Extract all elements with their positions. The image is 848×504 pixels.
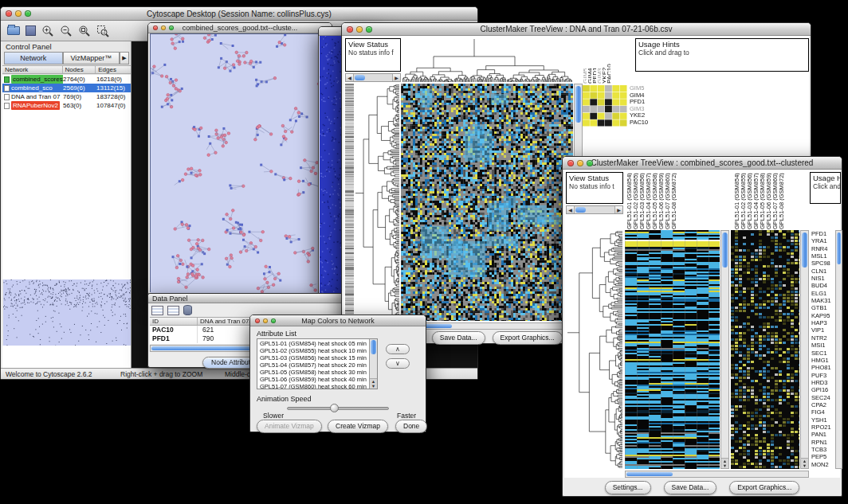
scroll-down-icon[interactable]: ▼	[803, 463, 807, 468]
mini-hscrollbar[interactable]: ◀ ▶	[566, 205, 623, 214]
move-down-button[interactable]: ∨	[386, 358, 410, 369]
close-button[interactable]	[347, 26, 353, 33]
save-session-icon[interactable]	[26, 25, 36, 36]
attribute-item[interactable]: GPL51-07 (GSM860) heat shock 60 min	[258, 383, 368, 389]
gene-label[interactable]: PUF3	[811, 372, 834, 379]
gene-label[interactable]: HAP3	[811, 319, 834, 326]
minimize-button[interactable]	[15, 10, 22, 17]
mini-hscrollbar[interactable]: ◀ ▶	[345, 73, 401, 82]
header-edges[interactable]: Edges	[96, 66, 131, 73]
open-session-icon[interactable]	[7, 26, 20, 35]
gene-label[interactable]: HMG1	[811, 357, 834, 364]
gene-label[interactable]: RNR4	[811, 245, 834, 252]
heatmap-hscrollbar[interactable]	[625, 471, 809, 478]
gene-label[interactable]: PHO81	[811, 364, 834, 371]
close-button[interactable]	[255, 318, 260, 323]
zoom-window-button[interactable]	[271, 318, 276, 323]
create-vizmap-button[interactable]: Create Vizmap	[328, 420, 388, 433]
scroll-thumb[interactable]	[802, 232, 807, 268]
scroll-down-icon[interactable]: ▼	[723, 463, 727, 468]
save-data-button[interactable]: Save Data...	[664, 481, 717, 494]
scroll-track[interactable]	[575, 206, 614, 213]
select-attributes-icon[interactable]	[167, 306, 179, 315]
row-dendrogram-canvas[interactable]	[355, 84, 400, 321]
scroll-thumb[interactable]	[575, 86, 581, 123]
header-id[interactable]: ID	[150, 318, 198, 325]
dialog-titlebar[interactable]: Map Colors to Network	[250, 315, 426, 326]
gene-label[interactable]: MAK31	[811, 297, 834, 304]
scroll-thumb[interactable]	[371, 340, 376, 354]
minimize-button[interactable]	[577, 160, 583, 166]
gene-label[interactable]: MON2	[811, 461, 834, 468]
close-button[interactable]	[567, 160, 574, 166]
global-heatmap-canvas[interactable]	[731, 230, 799, 469]
network-row-selected[interactable]: combined_sco 2569(6) 13112(15)	[2, 84, 131, 92]
network-row[interactable]: combined_scores 2764(0) 16218(0)	[2, 75, 131, 84]
gene-label[interactable]: MSI1	[811, 342, 834, 349]
gene-label[interactable]: MSL1	[811, 252, 834, 260]
network-overview-thumbnail[interactable]	[3, 279, 131, 346]
gene-label[interactable]: GPI16	[811, 386, 834, 393]
gene-label[interactable]: RPN1	[811, 439, 834, 446]
scroll-thumb[interactable]	[151, 346, 257, 350]
scroll-thumb[interactable]	[575, 207, 586, 213]
gene-label[interactable]: NIS1	[811, 275, 834, 282]
save-data-button[interactable]: Save Data...	[432, 331, 485, 345]
close-button[interactable]	[153, 25, 158, 30]
treeview-dna-titlebar[interactable]: ClusterMaker TreeView : DNA and Tran 07-…	[342, 23, 811, 36]
tab-network[interactable]: Network	[4, 52, 63, 64]
zoom-window-button[interactable]	[587, 160, 593, 166]
gene-label[interactable]: ELG1	[811, 290, 834, 297]
scroll-left-icon[interactable]: ◀	[567, 206, 575, 213]
scroll-arrows[interactable]: ▲▼	[721, 458, 728, 468]
gene-label[interactable]: PFD1	[811, 230, 834, 237]
speed-slider-thumb[interactable]	[330, 404, 339, 412]
gene-label[interactable]: YSH1	[811, 416, 834, 424]
gene-label[interactable]: PEP5	[811, 453, 834, 460]
attribute-listbox[interactable]: GPL51-01 (GSM854) heat shock 05 minGPL51…	[257, 338, 378, 389]
network-graph-canvas[interactable]	[151, 34, 331, 293]
export-graphics-button[interactable]: Export Graphics...	[493, 331, 563, 345]
gene-label[interactable]: PAN1	[811, 431, 834, 438]
treeview-combined-titlebar[interactable]: ClusterMaker TreeView : combined_scores_…	[563, 157, 842, 170]
minimize-button[interactable]	[356, 26, 363, 33]
gene-label[interactable]: SEC1	[811, 350, 834, 357]
gene-label[interactable]: FIG4	[811, 408, 834, 416]
heatmap-vscrollbar[interactable]: ▲▼	[720, 230, 729, 469]
attribute-item[interactable]: GPL51-02 (GSM855) heat shock 10 min	[258, 347, 368, 354]
tab-overflow-arrow-icon[interactable]: ▶	[120, 52, 129, 64]
scroll-thumb[interactable]	[837, 232, 841, 264]
header-network[interactable]: Network	[2, 66, 63, 73]
gene-label[interactable]: VIP1	[811, 326, 834, 334]
done-button[interactable]: Done	[395, 420, 427, 433]
gene-label[interactable]: CPA2	[811, 401, 834, 408]
attribute-item[interactable]: GPL51-05 (GSM858) heat shock 30 min	[258, 369, 368, 376]
attribute-table-icon[interactable]	[151, 306, 163, 315]
zoom-fit-icon[interactable]	[78, 25, 91, 37]
minimize-button[interactable]	[263, 318, 268, 323]
tab-vizmapper[interactable]: VizMapper™	[63, 52, 120, 64]
scroll-arrows[interactable]: ▲▼	[801, 458, 808, 468]
gene-label[interactable]: PAC10	[630, 119, 648, 127]
gene-label[interactable]: SEC24	[811, 394, 834, 401]
scroll-thumb[interactable]	[722, 232, 728, 268]
correlation-thumbnail-canvas[interactable]	[583, 85, 627, 127]
export-graphics-button[interactable]: Export Graphics...	[729, 481, 799, 494]
row-dendrogram-canvas[interactable]	[567, 230, 623, 469]
gene-label[interactable]: HRD3	[811, 379, 834, 386]
heatmap-canvas[interactable]	[625, 230, 720, 469]
scroll-arrows[interactable]: ▲▼	[370, 378, 377, 389]
zoom-out-icon[interactable]	[60, 25, 73, 37]
zoom-selected-icon[interactable]	[96, 25, 109, 37]
header-nodes[interactable]: Nodes	[63, 66, 96, 73]
scroll-right-icon[interactable]: ▶	[392, 74, 400, 81]
scroll-thumb[interactable]	[355, 75, 365, 80]
move-up-button[interactable]: ∧	[386, 344, 410, 354]
heatmap-hscrollbar[interactable]	[401, 322, 574, 330]
gene-label[interactable]: KAP95	[811, 312, 834, 319]
minimize-button[interactable]	[161, 25, 166, 30]
gene-label[interactable]: YRA1	[811, 237, 834, 244]
zoom-in-icon[interactable]	[41, 25, 54, 37]
database-icon[interactable]	[183, 305, 192, 315]
gene-label[interactable]: GTB1	[811, 304, 834, 311]
